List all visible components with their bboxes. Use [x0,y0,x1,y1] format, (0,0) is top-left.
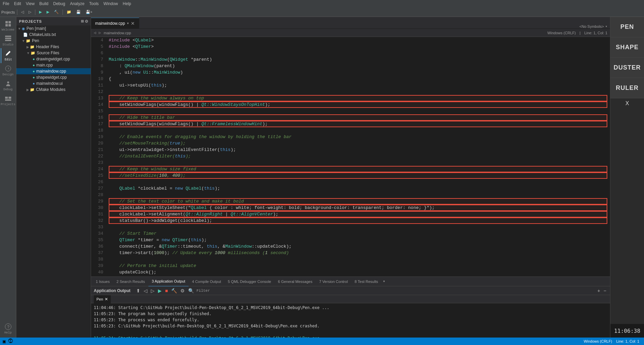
panel-tab-issues[interactable]: 1 Issues [92,277,113,286]
shape-button[interactable]: SHAPE [610,37,644,58]
line-number: 11 [91,82,103,89]
panel-tab-test[interactable]: 8 Test Results [351,277,381,286]
status-encoding[interactable]: Windows (CRLF) [582,339,614,343]
svg-rect-11 [5,99,11,101]
build-btn[interactable]: 🔨 [170,288,178,293]
scroll-back-btn[interactable]: ◁ [143,288,148,293]
menu-edit[interactable]: Edit [14,1,21,6]
code-line [109,108,607,114]
activity-projects[interactable]: Projects [1,93,16,108]
sidebar-header: Projects ⊞ ⚙ [16,17,91,25]
menu-window[interactable]: Window [104,1,118,6]
sub-tab-close-icon[interactable]: ✕ [105,297,108,302]
activity-welcome[interactable]: Welcome [1,18,16,33]
tree-mainwindow-cpp[interactable]: ● mainwindow.cpp [16,68,91,74]
line-number: 25 [91,172,103,179]
panel-tab-compile[interactable]: 4 Compile Output [189,277,225,286]
tree-mainwindow-ui[interactable]: ● mainwindow.ui [16,80,91,87]
panel-tab-version[interactable]: 7 Version Control [316,277,351,286]
pen-button[interactable]: PEN [610,17,644,37]
settings-btn[interactable]: ⚙ [179,288,186,293]
code-line: clockLabel->setAlignment(Qt::AlignRight … [109,211,607,217]
activity-debug[interactable]: Debug [1,78,16,93]
output-line: 11:05:24: Starting C:\GitHub Project\bui… [94,335,607,338]
project-icon: ◉ [22,26,25,31]
toolbar-back[interactable]: ◁ [19,9,25,15]
tree-pen[interactable]: ▼ 📁 Pen [16,38,91,44]
code-line [109,159,607,166]
menu-help[interactable]: Help [123,1,131,6]
settings-icon[interactable]: ⚙ [85,18,88,24]
panel-tab-qml[interactable]: 5 QML Debugger Console [225,277,274,286]
activity-studio[interactable]: Studio [1,33,16,48]
duster-button[interactable]: DUSTER [610,58,644,78]
line-number: 10 [91,76,103,82]
activity-design[interactable]: Design [1,63,16,78]
toolbar-forward[interactable]: ▷ [27,9,33,15]
code-line [109,50,607,56]
toolbar-run[interactable]: ▶ [37,9,43,15]
code-line [109,224,607,230]
main-toolbar: Projects ◁ ▷ ▶ ▶ 🔨 📁 💾 💾+ [0,7,644,17]
toolbar-open[interactable]: 📁 [65,9,73,15]
tree-drawingwidget[interactable]: ● drawingwidget.cpp [16,56,91,62]
sidebar-actions: ⊞ ⚙ [81,18,88,24]
line-number: 17 [91,121,103,127]
code-line: MainWindow::MainWindow(QWidget *parent) [109,56,607,63]
editor-area: mainwindow.cpp ▾ ✕ <No Symbols> ▾ ◁ ▷ ma… [91,17,610,338]
tab-close-icon[interactable]: ✕ [131,21,135,26]
svg-text:?: ? [7,325,10,330]
scroll-up-btn[interactable]: ⬆ [135,288,141,293]
code-line: QTimer *timer = new QTimer(this); [109,237,607,243]
code-line: setWindowFlags(windowFlags() | Qt::Windo… [109,101,607,108]
tree-cmake-modules[interactable]: ▶ 📁 CMake Modules [16,87,91,93]
menu-build[interactable]: Build [39,1,49,6]
panel-tab-output[interactable]: 3 Application Output [148,277,189,286]
scroll-fwd-btn[interactable]: ▷ [150,288,156,293]
activity-help[interactable]: ? Help [1,321,16,336]
app-output-label: Application Output [94,288,130,293]
status-icon2[interactable]: ⓵ [8,339,13,344]
nav-forward[interactable]: ▷ [99,31,101,35]
sub-tab-pen[interactable]: Pen ✕ [94,295,111,303]
filter-btn[interactable]: 🔍 [187,288,195,293]
code-line: // Set the text color to white and make … [109,198,607,205]
activity-edit[interactable]: Edit [1,48,16,63]
filter-label: Filter [196,289,210,293]
tree-cmakelists[interactable]: 📄 CMakeLists.txt [16,32,91,38]
toolbar-save[interactable]: 💾 [74,9,83,15]
tab-mainwindow-cpp[interactable]: mainwindow.cpp ▾ ✕ [91,18,139,28]
tree-header-files[interactable]: ▶ 📁 Header Files [16,44,91,50]
panel-tab-search[interactable]: 2 Search Results [113,277,148,286]
toolbar-save-all[interactable]: 💾+ [84,9,94,15]
menu-debug[interactable]: Debug [53,1,65,6]
menu-tools[interactable]: Tools [89,1,99,6]
tree-shapewidget-cpp[interactable]: ● shapewidget.cpp [16,74,91,80]
filter-icon[interactable]: ⊞ [81,18,84,24]
line-number: 12 [91,89,103,95]
stop-btn[interactable]: ■ [164,288,169,293]
code-line: ui->centralwidget->installEventFilter(th… [109,147,607,153]
toolbar-debug-run[interactable]: ▶ [45,9,51,15]
ruler-button[interactable]: RULER [610,78,644,98]
run-btn[interactable]: ▶ [157,288,163,293]
nav-back[interactable]: ◁ [94,31,96,35]
status-icon1[interactable]: ▣ [3,339,5,344]
code-content[interactable]: #include <QLabel>#include <QTimer> MainW… [106,37,610,276]
menu-view[interactable]: View [26,1,35,6]
toolbar-build[interactable]: 🔨 [52,9,60,15]
symbols-dropdown[interactable]: <No Symbols> ▾ [577,24,610,28]
project-tree: ▼ ◉ Pen [main] 📄 CMakeLists.txt ▼ 📁 Pen … [16,25,91,338]
tree-main-cpp[interactable]: ● main.cpp [16,62,91,68]
menu-file[interactable]: File [3,1,9,6]
remove-btn[interactable]: − [603,288,607,293]
tab-arrow: ▾ [127,21,129,25]
add-btn[interactable]: + [596,288,601,293]
panel-content[interactable]: 11:04:46: Starting C:\GitHub Project\bui… [91,303,610,338]
panel-tab-general[interactable]: 6 General Messages [274,277,316,286]
x-button[interactable]: X [610,98,644,109]
status-line-col[interactable]: Line: 1, Col: 1 [614,339,641,343]
menu-analyze[interactable]: Analyze [70,1,85,6]
tree-source-files[interactable]: ▼ 📁 Source Files [16,50,91,56]
tree-pen-main[interactable]: ▼ ◉ Pen [main] [16,25,91,32]
